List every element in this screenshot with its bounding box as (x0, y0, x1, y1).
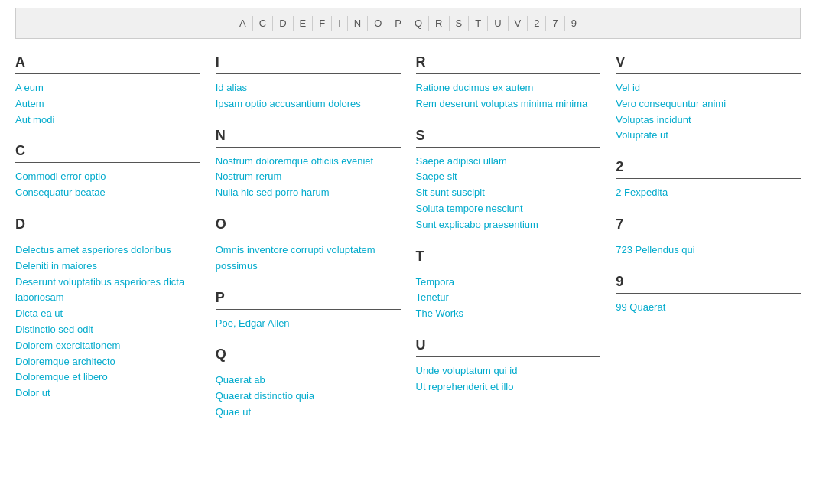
index-link[interactable]: Tempora (416, 275, 601, 291)
section-header-q: Q (216, 346, 401, 366)
index-link[interactable]: Ipsam optio accusantium dolores (216, 96, 401, 112)
index-link[interactable]: Dolorem exercitationem (15, 338, 200, 354)
alpha-nav-item-d[interactable]: D (273, 16, 293, 31)
alpha-nav-item-7[interactable]: 7 (546, 16, 564, 31)
index-link[interactable]: The Works (416, 306, 601, 322)
alpha-nav-item-q[interactable]: Q (408, 16, 429, 31)
index-link[interactable]: Vero consequuntur animi (616, 96, 801, 112)
index-link[interactable]: Quaerat distinctio quia (216, 389, 401, 405)
index-link[interactable]: Delectus amet asperiores doloribus (15, 242, 200, 259)
index-section-q: QQuaerat abQuaerat distinctio quiaQuae u… (216, 346, 401, 420)
index-link[interactable]: Voluptate ut (616, 128, 801, 144)
index-link[interactable]: Doloremque architecto (15, 354, 200, 370)
section-header-v: V (616, 54, 801, 74)
index-link[interactable]: Deleniti in maiores (15, 259, 200, 275)
alpha-nav-item-e[interactable]: E (294, 16, 314, 31)
alpha-nav-item-n[interactable]: N (348, 16, 368, 31)
index-section-7: 7723 Pellendus qui (616, 216, 801, 259)
index-section-u: UUnde voluptatum qui idUt reprehenderit … (416, 337, 601, 395)
section-header-i: I (216, 54, 401, 74)
alpha-nav: ACDEFINOPQRSTUV279 (15, 8, 801, 39)
alpha-nav-item-v[interactable]: V (509, 16, 528, 31)
index-column-0: AA eumAutemAut modiCCommodi error optioC… (15, 54, 200, 436)
alpha-nav-item-u[interactable]: U (488, 16, 508, 31)
index-link[interactable]: Autem (15, 96, 200, 112)
index-link[interactable]: A eum (15, 80, 200, 96)
index-link[interactable]: 2 Fexpedita (616, 185, 801, 201)
index-link[interactable]: 723 Pellendus qui (616, 242, 801, 259)
index-link[interactable]: Vel id (616, 80, 801, 96)
index-link[interactable]: Soluta tempore nesciunt (416, 201, 601, 217)
index-link[interactable]: Nostrum doloremque officiis eveniet (216, 154, 401, 170)
alpha-nav-item-c[interactable]: C (253, 16, 273, 31)
section-header-p: P (216, 290, 401, 310)
index-link[interactable]: Consequatur beatae (15, 185, 200, 201)
index-link[interactable]: Deserunt voluptatibus asperiores dicta l… (15, 275, 200, 307)
index-link[interactable]: Omnis inventore corrupti voluptatem poss… (216, 242, 401, 275)
index-link[interactable]: Rem deserunt voluptas minima minima (416, 96, 601, 112)
index-link[interactable]: Unde voluptatum qui id (416, 363, 601, 379)
index-link[interactable]: Nostrum rerum (216, 169, 401, 185)
section-header-u: U (416, 337, 601, 357)
index-link[interactable]: Ratione ducimus ex autem (416, 80, 601, 96)
section-header-9: 9 (616, 274, 801, 294)
index-section-o: OOmnis inventore corrupti voluptatem pos… (216, 216, 401, 275)
section-header-7: 7 (616, 216, 801, 236)
index-link[interactable]: Dicta ea ut (15, 306, 200, 322)
section-header-d: D (15, 216, 200, 236)
index-link[interactable]: Sunt explicabo praesentium (416, 217, 601, 233)
alpha-nav-item-2[interactable]: 2 (528, 16, 546, 31)
index-link[interactable]: Tenetur (416, 290, 601, 306)
index-section-c: CCommodi error optioConsequatur beatae (15, 143, 200, 201)
alpha-nav-item-f[interactable]: F (313, 16, 332, 31)
index-grid: AA eumAutemAut modiCCommodi error optioC… (15, 54, 801, 436)
section-header-a: A (15, 54, 200, 74)
section-header-t: T (416, 249, 601, 268)
index-section-d: DDelectus amet asperiores doloribusDelen… (15, 216, 200, 402)
alpha-nav-item-i[interactable]: I (332, 16, 348, 31)
index-column-1: IId aliasIpsam optio accusantium dolores… (216, 54, 401, 436)
index-link[interactable]: Quae ut (216, 405, 401, 421)
index-section-i: IId aliasIpsam optio accusantium dolores (216, 54, 401, 112)
section-header-r: R (416, 54, 601, 74)
section-header-c: C (15, 143, 200, 163)
index-link[interactable]: Voluptas incidunt (616, 112, 801, 128)
index-link[interactable]: Nulla hic sed porro harum (216, 185, 401, 201)
index-section-r: RRatione ducimus ex autemRem deserunt vo… (416, 54, 601, 112)
alpha-nav-item-p[interactable]: P (388, 16, 408, 31)
index-column-3: VVel idVero consequuntur animiVoluptas i… (616, 54, 801, 436)
index-section-a: AA eumAutemAut modi (15, 54, 200, 128)
alpha-nav-item-o[interactable]: O (368, 16, 388, 31)
index-section-p: PPoe, Edgar Allen (216, 290, 401, 332)
index-section-s: SSaepe adipisci ullamSaepe sitSit sunt s… (416, 128, 601, 233)
index-link[interactable]: 99 Quaerat (616, 300, 801, 316)
index-section-t: TTemporaTeneturThe Works (416, 249, 601, 322)
index-link[interactable]: Distinctio sed odit (15, 322, 200, 338)
index-section-9: 999 Quaerat (616, 274, 801, 316)
alpha-nav-item-9[interactable]: 9 (565, 16, 583, 31)
index-section-2: 22 Fexpedita (616, 159, 801, 201)
index-link[interactable]: Sit sunt suscipit (416, 185, 601, 201)
index-link[interactable]: Dolor ut (15, 385, 200, 402)
alpha-nav-item-s[interactable]: S (450, 16, 470, 31)
index-link[interactable]: Ut reprehenderit et illo (416, 379, 601, 395)
section-header-2: 2 (616, 159, 801, 179)
index-section-v: VVel idVero consequuntur animiVoluptas i… (616, 54, 801, 144)
index-link[interactable]: Saepe sit (416, 169, 601, 185)
index-link[interactable]: Saepe adipisci ullam (416, 154, 601, 170)
section-header-s: S (416, 128, 601, 148)
section-header-o: O (216, 216, 401, 236)
index-section-n: NNostrum doloremque officiis evenietNost… (216, 128, 401, 201)
index-link[interactable]: Doloremque et libero (15, 369, 200, 385)
alpha-nav-item-t[interactable]: T (469, 16, 488, 31)
index-link[interactable]: Poe, Edgar Allen (216, 316, 401, 332)
index-column-2: RRatione ducimus ex autemRem deserunt vo… (416, 54, 601, 436)
alpha-nav-item-r[interactable]: R (429, 16, 449, 31)
index-link[interactable]: Id alias (216, 80, 401, 96)
section-header-n: N (216, 128, 401, 148)
index-link[interactable]: Commodi error optio (15, 169, 200, 185)
alpha-nav-item-a[interactable]: A (233, 16, 253, 31)
index-link[interactable]: Aut modi (15, 112, 200, 128)
index-link[interactable]: Quaerat ab (216, 372, 401, 389)
